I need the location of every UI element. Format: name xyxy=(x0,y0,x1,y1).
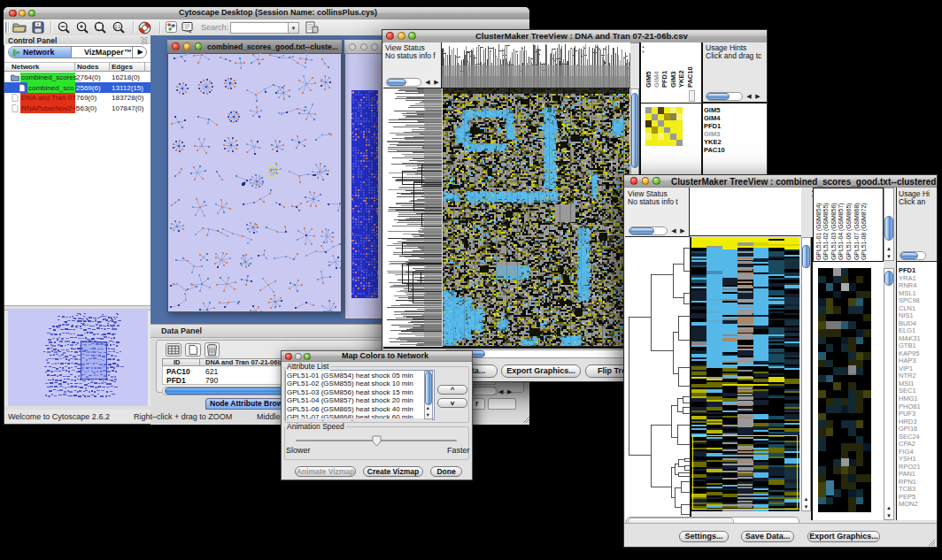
svg-text:1:1: 1:1 xyxy=(115,25,121,29)
